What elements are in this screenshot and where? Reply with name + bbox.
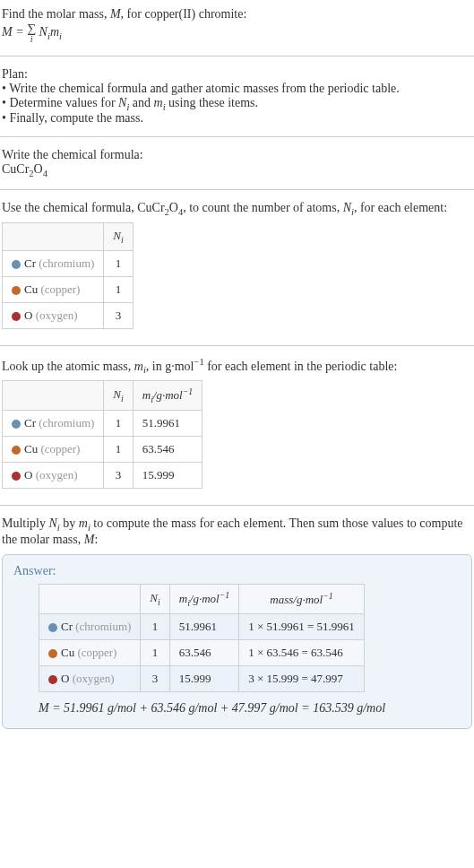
table-header-row: Ni mi/g·mol−1 bbox=[3, 381, 203, 411]
var: m bbox=[142, 388, 151, 402]
table-row: Cu (copper)163.546 bbox=[3, 436, 203, 462]
text: CuCr bbox=[2, 162, 29, 176]
sub-i: i bbox=[121, 394, 124, 404]
var: N bbox=[49, 516, 57, 530]
var: N bbox=[150, 591, 158, 604]
text: , for each element: bbox=[354, 201, 447, 214]
text: Use the chemical formula, CuCr bbox=[2, 201, 165, 214]
col-mass: mass/g·mol−1 bbox=[239, 584, 365, 613]
cell-m: 63.546 bbox=[169, 639, 238, 665]
col-ni: Ni bbox=[141, 584, 169, 613]
sym: Cr bbox=[24, 256, 36, 270]
intro-block: Find the molar mass, M, for copper(II) c… bbox=[0, 4, 474, 48]
sym: O bbox=[24, 468, 32, 482]
multiply-block: Multiply Ni by mi to compute the mass fo… bbox=[0, 513, 474, 551]
exp: −1 bbox=[194, 357, 203, 367]
plan-heading: Plan: bbox=[2, 67, 472, 82]
text: O bbox=[34, 162, 43, 176]
name: (chromium) bbox=[75, 620, 131, 633]
lookup-block: Look up the atomic mass, mi, in g·mol−1 … bbox=[0, 353, 474, 498]
molar-mass-formula: M = ∑i Nimi bbox=[2, 23, 472, 43]
cell-calc: 1 × 51.9961 = 51.9961 bbox=[239, 613, 365, 639]
plan-bullet-1: • Write the chemical formula and gather … bbox=[2, 82, 472, 96]
exp: −1 bbox=[323, 591, 332, 601]
text: : bbox=[94, 533, 98, 546]
col-mi: mi/g·mol−1 bbox=[133, 381, 202, 411]
sub: 4 bbox=[43, 169, 47, 178]
text: = 51.9961 g/mol + 63.546 g/mol + 47.997 … bbox=[49, 701, 385, 715]
text: and bbox=[129, 96, 153, 109]
swatch-icon bbox=[12, 312, 21, 321]
answer-label: Answer: bbox=[13, 564, 461, 578]
name: (copper) bbox=[40, 282, 80, 296]
name: (copper) bbox=[40, 442, 80, 456]
text: Find the molar mass, bbox=[2, 7, 110, 21]
cell-m: 15.999 bbox=[133, 462, 202, 488]
swatch-icon bbox=[12, 286, 21, 295]
var-N: N bbox=[343, 201, 351, 214]
table-row: Cr (chromium)151.99611 × 51.9961 = 51.99… bbox=[39, 613, 365, 639]
cell-n: 1 bbox=[141, 639, 169, 665]
text: , to count the number of atoms, bbox=[183, 201, 342, 214]
count-table: Ni Cr (chromium)1 Cu (copper)1 O (oxygen… bbox=[2, 222, 134, 329]
lookup-text: Look up the atomic mass, mi, in g·mol−1 … bbox=[2, 357, 472, 375]
name: (oxygen) bbox=[36, 308, 78, 322]
cell-element: Cu (copper) bbox=[3, 436, 104, 462]
cell-n: 1 bbox=[104, 436, 133, 462]
intro-line1: Find the molar mass, M, for copper(II) c… bbox=[2, 7, 472, 22]
cell-element: Cu (copper) bbox=[39, 639, 141, 665]
unit: mass/g·mol bbox=[270, 593, 323, 606]
text: for each element in the periodic table: bbox=[204, 359, 398, 372]
rhs-N: N bbox=[36, 25, 47, 39]
eq: = bbox=[13, 25, 27, 39]
var: M bbox=[84, 533, 95, 546]
cell-m: 51.9961 bbox=[169, 613, 238, 639]
col-element bbox=[3, 222, 104, 250]
col-element bbox=[39, 584, 141, 613]
cell-element: O (oxygen) bbox=[3, 462, 104, 488]
sub-i: i bbox=[121, 235, 124, 245]
sub-i: i bbox=[158, 597, 160, 607]
write-formula-block: Write the chemical formula: CuCr2O4 bbox=[0, 144, 474, 182]
var-m: m bbox=[134, 359, 143, 372]
text: by bbox=[60, 516, 79, 530]
cell-m: 15.999 bbox=[169, 665, 238, 691]
cell-element: O (oxygen) bbox=[3, 302, 104, 328]
swatch-icon bbox=[48, 623, 57, 632]
sym: Cr bbox=[24, 416, 36, 430]
var: m bbox=[79, 516, 88, 530]
cell-m: 63.546 bbox=[133, 436, 202, 462]
col-ni: Ni bbox=[104, 381, 133, 411]
cell-element: Cr (chromium) bbox=[39, 613, 141, 639]
cell-n: 3 bbox=[141, 665, 169, 691]
count-block: Use the chemical formula, CuCr2O4, to co… bbox=[0, 197, 474, 337]
table-row: O (oxygen)3 bbox=[3, 302, 134, 328]
name: (copper) bbox=[77, 646, 116, 659]
divider bbox=[0, 345, 474, 346]
rhs-i2: i bbox=[59, 31, 62, 41]
sigma-block: ∑i bbox=[27, 23, 36, 43]
swatch-icon bbox=[12, 446, 21, 455]
var-M: M bbox=[39, 701, 49, 715]
final-result: M = 51.9961 g/mol + 63.546 g/mol + 47.99… bbox=[39, 701, 461, 716]
text: Multiply bbox=[2, 516, 49, 530]
write-formula-heading: Write the chemical formula: bbox=[2, 148, 472, 162]
swatch-icon bbox=[48, 649, 57, 658]
exp: −1 bbox=[183, 386, 193, 396]
cell-n: 1 bbox=[104, 410, 133, 436]
sym: Cu bbox=[24, 282, 38, 296]
text: O bbox=[169, 201, 178, 214]
sym: Cu bbox=[61, 646, 74, 659]
sigma-icon: ∑ bbox=[27, 23, 36, 35]
sym: O bbox=[24, 308, 32, 322]
divider bbox=[0, 136, 474, 137]
lookup-table: Ni mi/g·mol−1 Cr (chromium)151.9961 Cu (… bbox=[2, 380, 203, 489]
exp: −1 bbox=[220, 590, 229, 600]
name: (oxygen) bbox=[73, 672, 115, 685]
sigma-index: i bbox=[27, 35, 36, 43]
answer-box: Answer: Ni mi/g·mol−1 mass/g·mol−1 Cr (c… bbox=[2, 554, 472, 729]
cell-element: Cu (copper) bbox=[3, 276, 104, 302]
swatch-icon bbox=[12, 472, 21, 481]
table-row: Cr (chromium)1 bbox=[3, 250, 134, 276]
col-mi: mi/g·mol−1 bbox=[169, 584, 238, 613]
